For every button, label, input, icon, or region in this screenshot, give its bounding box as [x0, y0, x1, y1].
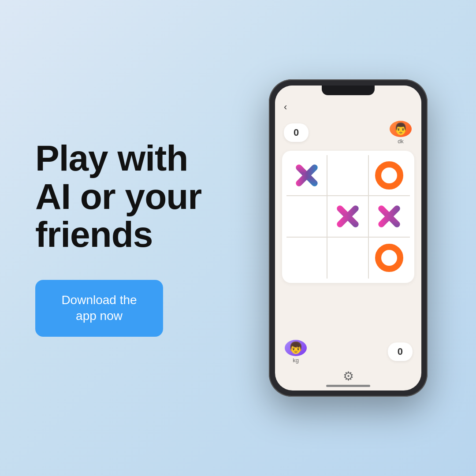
player1-avatar: 👨 dk [389, 121, 413, 145]
cell-4[interactable] [327, 196, 368, 237]
player1-avatar-icon: 👨 [394, 122, 408, 136]
download-button[interactable]: Download the app now [35, 280, 163, 337]
phone-frame: ‹ 0 👨 dk [269, 79, 428, 397]
back-arrow-icon[interactable]: ‹ [284, 101, 287, 112]
player2-avatar: 👦 kg [284, 340, 308, 364]
phone-notch [322, 86, 375, 95]
cell-2[interactable] [369, 155, 410, 196]
player2-avatar-icon: 👦 [289, 341, 303, 355]
x-mark-purple-2 [375, 202, 403, 231]
x-mark-pink [293, 161, 321, 190]
x-mark-purple-1 [334, 202, 362, 231]
player2-name: kg [293, 357, 299, 364]
player1-avatar-circle: 👨 [390, 121, 412, 137]
phone-screen: ‹ 0 👨 dk [275, 86, 421, 390]
left-panel: Play with AI or your friends Download th… [35, 139, 220, 336]
headline: Play with AI or your friends [35, 139, 220, 253]
phone-mockup: ‹ 0 👨 dk [256, 79, 441, 397]
cell-1[interactable] [327, 155, 368, 196]
phone-home-indicator [326, 385, 370, 387]
cell-8[interactable] [369, 238, 410, 279]
top-scores-row: 0 👨 dk [275, 117, 421, 146]
cell-6[interactable] [286, 238, 327, 279]
player1-score: 0 [284, 123, 309, 142]
settings-icon[interactable]: ⚙ [343, 369, 354, 383]
cell-0[interactable] [286, 155, 327, 196]
cell-7[interactable] [327, 238, 368, 279]
cell-3[interactable] [286, 196, 327, 237]
game-board-wrap [275, 146, 421, 336]
player2-avatar-circle: 👦 [285, 340, 307, 356]
cell-5[interactable] [369, 196, 410, 237]
game-board [282, 151, 414, 283]
player1-name: dk [398, 138, 404, 145]
o-mark-1 [375, 161, 403, 190]
o-mark-2 [375, 244, 403, 272]
bottom-scores-row: 👦 kg 0 [275, 336, 421, 365]
player2-score: 0 [388, 342, 413, 361]
